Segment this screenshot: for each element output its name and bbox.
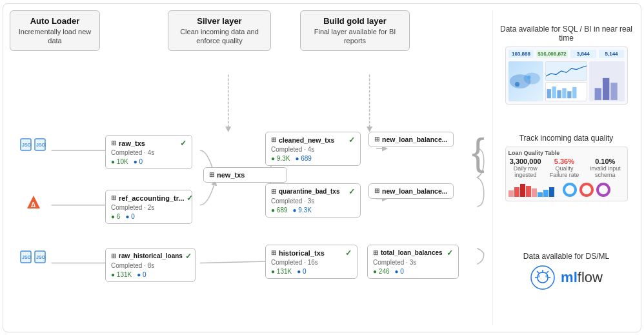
ds-ml-title: Data available for DS/ML	[523, 252, 609, 261]
quarantine-stat-2: ● 9.3K	[293, 207, 312, 214]
table-icon-7: ⊞	[271, 249, 276, 256]
quality-metric-1: 3,300,000 Daily row ingested	[508, 157, 543, 178]
right-panel: Data available for SQL / BI in near real…	[492, 10, 634, 325]
svg-rect-30	[595, 88, 601, 100]
historical-txs-node[interactable]: ⊞ historical_txs ✓ Completed · 16s ● 131…	[265, 245, 357, 279]
silver-layer-subtitle: Clean incoming data and enforce quality	[175, 27, 264, 46]
gold-layer-subtitle: Final layer available for BI reports	[307, 27, 403, 46]
gold-layer-title: Build gold layer	[307, 16, 403, 26]
silver-layer-header: Silver layer Clean incoming data and enf…	[168, 10, 271, 52]
auto-loader-title: Auto Loader	[17, 16, 93, 26]
table-icon-2: ⊞	[111, 194, 116, 201]
check-icon-3: ✓	[185, 252, 192, 261]
gold-layer-header: Build gold layer Final layer available f…	[300, 10, 410, 52]
json-icon-4: JSON	[34, 250, 46, 266]
check-icon: ✓	[180, 139, 186, 148]
cleaned-stat-1: ● 9.3K	[271, 155, 290, 162]
quality-chart-title: Loan Quality Table	[508, 150, 625, 156]
raw-txs-node[interactable]: ⊞ raw_txs ✓ Completed · 4s ● 10K ● 0	[105, 135, 192, 169]
quality-metric-2: 5.36% Quality Failure rate	[547, 157, 582, 178]
check-icon-2: ✓	[186, 194, 193, 203]
total-loan-balances-node[interactable]: ⊞ total_loan_balances ✓ Completed · 3s ●…	[367, 245, 459, 279]
svg-point-23	[527, 75, 530, 78]
svg-point-42	[538, 275, 540, 278]
raw-txs-meta: Completed · 4s	[111, 149, 186, 156]
historical-txs-stat-2: ● 0	[297, 268, 306, 275]
json-icon-1: JSON	[20, 138, 32, 154]
ref-accounting-node[interactable]: ⊞ ref_accounting_tr... ✓ Completed · 2s …	[105, 190, 192, 224]
ref-accounting-meta: Completed · 2s	[111, 204, 186, 211]
svg-rect-38	[538, 192, 543, 197]
new-loan-balance-1-node[interactable]: ⊞ new_loan_balance...	[368, 132, 454, 147]
table-icon-8: ⊞	[374, 136, 379, 143]
check-icon-7: ✓	[345, 249, 352, 258]
total-loan-stat-2: ● 0	[395, 268, 404, 275]
json-icon-3: JSON	[20, 250, 32, 266]
check-icon-6: ✓	[348, 187, 355, 196]
svg-point-43	[545, 275, 548, 278]
auto-loader-header: Auto Loader Incrementally load new data	[10, 10, 100, 52]
raw-historical-stat-1: ● 131K	[111, 271, 132, 278]
quarantine-node[interactable]: ⊞ quarantine_bad_txs ✓ Completed · 3s ● …	[265, 183, 361, 218]
delta-icon: Δ	[26, 194, 41, 212]
sql-bi-title: Data available for SQL / BI in near real…	[498, 25, 634, 43]
silver-layer-title: Silver layer	[175, 16, 264, 26]
svg-point-21	[523, 72, 539, 84]
cleaned-new-txs-node[interactable]: ⊞ cleaned_new_txs ✓ Completed · 4s ● 9.3…	[265, 132, 361, 166]
mlflow-brand: mlflow	[530, 265, 603, 290]
mini-stat-3: 3,844	[570, 50, 596, 58]
mini-map-chart	[508, 61, 543, 101]
pipeline-area: Auto Loader Incrementally load new data …	[10, 10, 487, 325]
data-quality-title: Track incoming data quality	[519, 134, 614, 143]
svg-rect-35	[520, 184, 525, 197]
svg-text:JSON: JSON	[22, 255, 32, 259]
total-loan-label: total_loan_balances	[381, 249, 443, 256]
svg-text:JSON: JSON	[36, 255, 46, 259]
total-loan-meta: Completed · 3s	[373, 259, 453, 266]
svg-rect-27	[562, 88, 566, 98]
svg-rect-24	[547, 89, 550, 98]
table-icon-9: ⊞	[374, 187, 379, 194]
table-icon-3: ⊞	[111, 252, 116, 259]
table-icon: ⊞	[111, 139, 116, 147]
raw-historical-label: raw_historical_loans	[119, 252, 183, 259]
mini-stat-4: 5,144	[599, 50, 625, 58]
new-txs-label: new_txs	[217, 171, 245, 179]
svg-rect-31	[603, 77, 609, 99]
svg-rect-36	[526, 186, 531, 197]
new-txs-node[interactable]: ⊞ new_txs	[203, 167, 287, 183]
brace-icon: {	[472, 133, 485, 172]
table-icon-4: ⊞	[209, 171, 214, 178]
svg-rect-25	[552, 86, 556, 98]
quality-chart-svg	[508, 181, 560, 197]
donut-3	[596, 183, 610, 197]
svg-text:Δ: Δ	[31, 201, 35, 208]
svg-text:JSON: JSON	[36, 143, 46, 147]
cleaned-new-txs-label: cleaned_new_txs	[279, 136, 334, 144]
new-loan-balance-2-node[interactable]: ⊞ new_loan_balance...	[368, 183, 454, 199]
raw-historical-stat-2: ● 0	[137, 271, 146, 278]
raw-txs-stat-2: ● 0	[134, 158, 143, 165]
svg-rect-34	[514, 187, 519, 197]
main-container: Auto Loader Incrementally load new data …	[3, 3, 641, 332]
svg-line-48	[547, 271, 548, 273]
dashboard-preview: 103,888 $16,008,872 3,844 5,144	[505, 46, 628, 105]
mlflow-brain-icon	[530, 265, 556, 290]
table-icon-6: ⊞	[271, 188, 276, 195]
quality-metric-3: 0.10% Invalid input schema	[586, 157, 625, 178]
svg-line-47	[537, 271, 539, 273]
svg-point-41	[531, 266, 554, 289]
cleaned-new-txs-meta: Completed · 4s	[271, 146, 355, 153]
check-icon-5: ✓	[348, 136, 355, 145]
donut-1	[563, 183, 577, 197]
data-quality-section: Track incoming data quality Loan Quality…	[498, 119, 634, 217]
new-loan-balance-1-label: new_loan_balance...	[382, 136, 448, 143]
mini-stat-1: 103,888	[508, 50, 534, 58]
raw-historical-node[interactable]: ⊞ raw_historical_loans ✓ Completed · 8s …	[105, 248, 196, 282]
ref-accounting-stat-2: ● 0	[125, 213, 134, 220]
raw-historical-meta: Completed · 8s	[111, 262, 190, 269]
raw-txs-stat-1: ● 10K	[111, 158, 128, 165]
quarantine-stat-1: ● 689	[271, 207, 288, 214]
ds-ml-section: Data available for DS/ML mlflow	[498, 222, 634, 320]
raw-txs-label: raw_txs	[119, 139, 145, 147]
